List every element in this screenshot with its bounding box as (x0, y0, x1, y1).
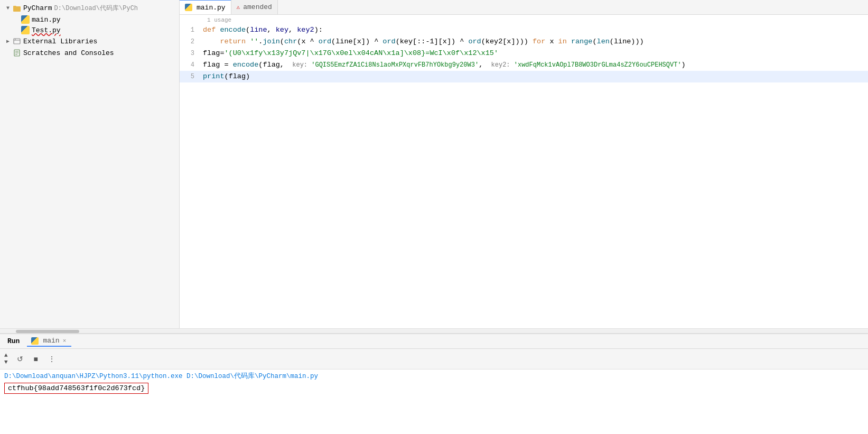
horizontal-scrollbar[interactable] (0, 328, 868, 334)
tab-main-py-label: main.py (197, 4, 226, 12)
project-root[interactable]: ▼ PyCharm D:\Download\代码库\PyCh (0, 2, 179, 14)
tabs-bar: main.py ⚠ amended (180, 0, 868, 15)
svg-rect-0 (14, 39, 20, 44)
line-num-2: 2 (180, 36, 201, 48)
sidebar: ▼ PyCharm D:\Download\代码库\PyCh main.py T… (0, 0, 180, 328)
tab-amended-icon: ⚠ (237, 4, 240, 11)
rerun-button[interactable]: ↺ (14, 353, 26, 365)
line-num-4: 4 (180, 59, 201, 71)
line-num-5: 5 (180, 71, 201, 82)
line-num-3: 3 (180, 48, 201, 59)
code-line-2: 2 return ''.join(chr(x ^ ord(line[x]) ^ … (180, 36, 868, 48)
python-icon-main (21, 15, 30, 24)
run-tabs-bar: Run main × (0, 334, 868, 349)
code-line-5: 5 print(flag) (180, 71, 868, 82)
external-libraries-label: External Libraries (23, 38, 97, 45)
line-content-3: flag='(U0\x1fy\x13y7jQv7|\x17G\x0el\x04c… (201, 48, 868, 59)
main-area: ▼ PyCharm D:\Download\代码库\PyCh main.py T… (0, 0, 868, 328)
usage-hint: 1 usage (180, 15, 868, 24)
tab-main-py[interactable]: main.py (180, 0, 231, 14)
main-py-label: main.py (32, 16, 61, 24)
test-py-label: Test.py (32, 26, 61, 34)
pycharm-label: PyCharm (23, 4, 52, 12)
sidebar-item-scratches[interactable]: Scratches and Consoles (0, 47, 179, 59)
arrow-down-icon[interactable]: ▼ (4, 359, 8, 366)
arrow-up-icon[interactable]: ▲ (4, 352, 8, 359)
code-editor[interactable]: 1 usage 1 def encode(line, key, key2): 2… (180, 15, 868, 328)
run-controls: ▲ ▼ ↺ ■ ⋮ (0, 349, 868, 370)
library-icon (13, 37, 21, 45)
stop-button[interactable]: ■ (30, 353, 42, 365)
line-num-1: 1 (180, 24, 201, 36)
more-button[interactable]: ⋮ (46, 353, 58, 365)
code-line-1: 1 def encode(line, key, key2): (180, 24, 868, 36)
scroll-arrows: ▲ ▼ (4, 352, 8, 366)
run-tab-main[interactable]: main × (27, 336, 71, 347)
line-content-4: flag = encode(flag, key: 'GQIS5EmzfZA1Ci… (201, 59, 868, 71)
line-content-2: return ''.join(chr(x ^ ord(line[x]) ^ or… (201, 36, 868, 48)
tab-python-icon (185, 4, 192, 11)
bottom-panel: Run main × ▲ ▼ ↺ ■ ⋮ D:\Download\anquan\… (0, 334, 868, 434)
run-tab-label: main (43, 337, 59, 345)
tab-amended[interactable]: ⚠ amended (231, 0, 278, 14)
sidebar-item-test-py[interactable]: Test.py (0, 25, 179, 35)
console-command-path[interactable]: D:\Download\anquan\HJPZ\Python3.11\pytho… (4, 372, 864, 381)
scrollbar-thumb (16, 330, 79, 333)
python-icon-test (21, 26, 30, 34)
tab-amended-label: amended (243, 3, 272, 11)
run-label: Run (4, 337, 23, 345)
console-result: ctfhub{98add748563f1f0c2d673fcd} (4, 383, 148, 394)
scratches-label: Scratches and Consoles (23, 49, 114, 57)
folder-icon (13, 5, 21, 12)
code-line-4: 4 flag = encode(flag, key: 'GQIS5EmzfZA1… (180, 59, 868, 71)
run-tab-icon (31, 337, 39, 345)
chevron-down-icon: ▼ (4, 5, 12, 12)
editor-area: main.py ⚠ amended 1 usage 1 def encode(l… (180, 0, 868, 328)
chevron-right-icon-ext: ▶ (4, 38, 12, 45)
scratches-icon (13, 49, 21, 57)
sidebar-item-main-py[interactable]: main.py (0, 14, 179, 25)
console-output: D:\Download\anquan\HJPZ\Python3.11\pytho… (0, 370, 868, 434)
code-line-3: 3 flag='(U0\x1fy\x13y7jQv7|\x17G\x0el\x0… (180, 48, 868, 59)
line-content-1: def encode(line, key, key2): (201, 24, 868, 36)
run-tab-close[interactable]: × (62, 337, 68, 345)
line-content-5: print(flag) (201, 71, 868, 82)
pycharm-path: D:\Download\代码库\PyCh (54, 4, 138, 13)
sidebar-item-external-libraries[interactable]: ▶ External Libraries (0, 35, 179, 47)
